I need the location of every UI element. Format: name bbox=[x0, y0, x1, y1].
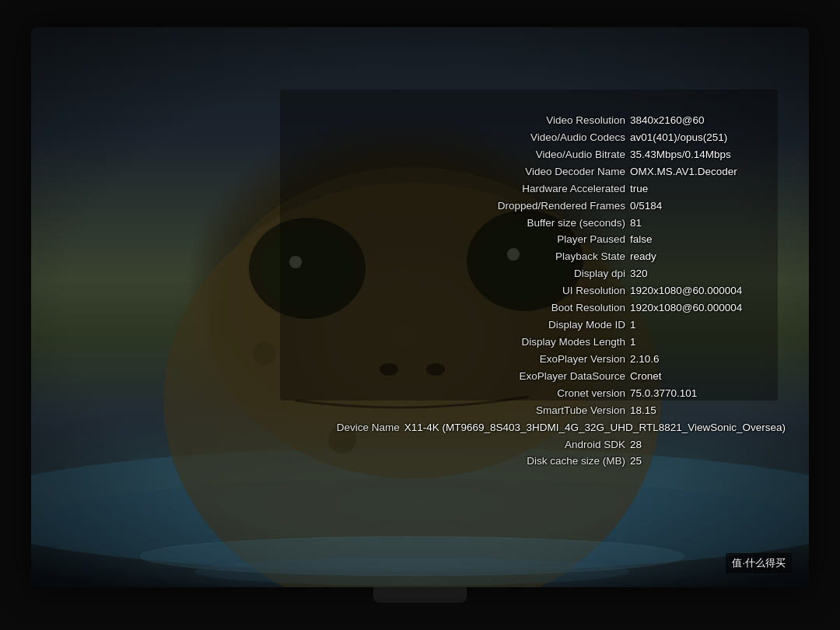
debug-label: Player Paused bbox=[557, 232, 630, 248]
debug-row: Cronet version 75.0.3770.101 bbox=[288, 386, 786, 402]
debug-value: 75.0.3770.101 bbox=[630, 386, 786, 402]
debug-overlay: Video Resolution 3840x2160@60Video/Audio… bbox=[288, 113, 786, 471]
debug-label: Android SDK bbox=[565, 437, 630, 453]
debug-value: 1 bbox=[630, 334, 786, 351]
debug-value: X11-4K (MT9669_8S403_3HDMI_4G_32G_UHD_RT… bbox=[404, 420, 786, 436]
debug-value: 35.43Mbps/0.14Mbps bbox=[630, 147, 786, 163]
debug-label: Disk cache size (MB) bbox=[527, 453, 630, 470]
debug-label: Display dpi bbox=[574, 266, 630, 282]
debug-label: Display Modes Length bbox=[521, 334, 630, 351]
debug-row: Display dpi 320 bbox=[288, 266, 786, 282]
debug-row: Android SDK 28 bbox=[288, 437, 786, 453]
debug-label: ExoPlayer Version bbox=[540, 352, 630, 368]
debug-row: Playback State ready bbox=[288, 249, 786, 265]
screen-wrapper: Video Resolution 3840x2160@60Video/Audio… bbox=[0, 0, 840, 630]
debug-value: true bbox=[630, 181, 786, 198]
debug-row: Video Decoder Name OMX.MS.AV1.Decoder bbox=[288, 164, 786, 180]
debug-label: Video/Audio Codecs bbox=[530, 130, 630, 146]
debug-row: Disk cache size (MB) 25 bbox=[288, 453, 786, 470]
debug-value: ready bbox=[630, 249, 786, 265]
debug-label: UI Resolution bbox=[562, 283, 630, 299]
debug-value: 1920x1080@60.000004 bbox=[630, 300, 786, 317]
debug-value: 25 bbox=[630, 453, 786, 470]
debug-row: Hardware Accelerated true bbox=[288, 181, 786, 198]
debug-value: 81 bbox=[630, 215, 786, 232]
debug-value: 0/5184 bbox=[630, 198, 786, 215]
debug-value: 2.10.6 bbox=[630, 352, 786, 368]
debug-row: Video/Audio Bitrate 35.43Mbps/0.14Mbps bbox=[288, 147, 786, 163]
svg-point-12 bbox=[253, 342, 276, 366]
debug-value: 1 bbox=[630, 317, 786, 334]
debug-label: Device Name bbox=[337, 420, 404, 436]
debug-label: Display Mode ID bbox=[548, 317, 630, 334]
debug-row: Display Modes Length 1 bbox=[288, 334, 786, 351]
debug-value: 28 bbox=[630, 437, 786, 453]
debug-row: Display Mode ID 1 bbox=[288, 317, 786, 334]
debug-row: SmartTube Version 18.15 bbox=[288, 403, 786, 419]
debug-value: av01(401)/opus(251) bbox=[630, 130, 786, 146]
debug-label: Hardware Accelerated bbox=[522, 181, 630, 198]
debug-row: Boot Resolution 1920x1080@60.000004 bbox=[288, 300, 786, 317]
debug-row: ExoPlayer Version 2.10.6 bbox=[288, 352, 786, 368]
debug-label: Video Decoder Name bbox=[525, 164, 630, 180]
debug-value: Cronet bbox=[630, 369, 786, 385]
watermark: 值·什么得买 bbox=[726, 553, 792, 573]
debug-label: Video Resolution bbox=[546, 113, 630, 129]
debug-label: SmartTube Version bbox=[536, 403, 630, 419]
debug-row: ExoPlayer DataSource Cronet bbox=[288, 369, 786, 385]
debug-label: Video/Audio Bitrate bbox=[536, 147, 630, 163]
tv-stand bbox=[373, 587, 467, 603]
debug-value: false bbox=[630, 232, 786, 248]
debug-label: Playback State bbox=[555, 249, 630, 265]
debug-row: Video Resolution 3840x2160@60 bbox=[288, 113, 786, 129]
watermark-text: 值·什么得买 bbox=[732, 557, 786, 569]
debug-value: 3840x2160@60 bbox=[630, 113, 786, 129]
debug-label: Cronet version bbox=[557, 386, 630, 402]
debug-value: 1920x1080@60.000004 bbox=[630, 283, 786, 299]
debug-value: OMX.MS.AV1.Decoder bbox=[630, 164, 786, 180]
debug-row: UI Resolution 1920x1080@60.000004 bbox=[288, 283, 786, 299]
svg-point-16 bbox=[194, 558, 630, 586]
debug-label: Boot Resolution bbox=[551, 300, 630, 317]
debug-row: Device Name X11-4K (MT9669_8S403_3HDMI_4… bbox=[288, 420, 786, 436]
debug-label: ExoPlayer DataSource bbox=[519, 369, 630, 385]
debug-row: Video/Audio Codecs av01(401)/opus(251) bbox=[288, 130, 786, 146]
debug-label: Dropped/Rendered Frames bbox=[498, 198, 630, 215]
debug-row: Buffer size (seconds) 81 bbox=[288, 215, 786, 232]
debug-value: 18.15 bbox=[630, 403, 786, 419]
tv-screen: Video Resolution 3840x2160@60Video/Audio… bbox=[31, 27, 809, 587]
debug-row: Dropped/Rendered Frames 0/5184 bbox=[288, 198, 786, 215]
debug-value: 320 bbox=[630, 266, 786, 282]
debug-row: Player Paused false bbox=[288, 232, 786, 248]
debug-label: Buffer size (seconds) bbox=[527, 215, 630, 232]
